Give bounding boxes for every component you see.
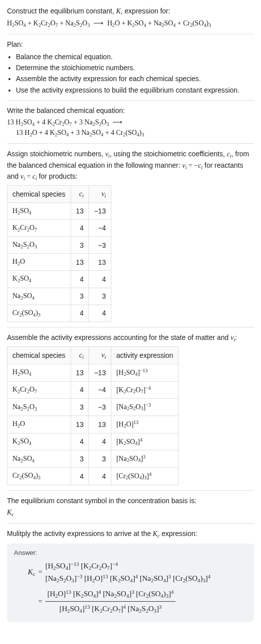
cell-species: K2SO4 — [7, 271, 71, 288]
table-row: H2SO413−13[H2SO4]−13 — [7, 364, 178, 382]
table-row: K2Cr2O74−4 — [7, 220, 111, 237]
table-header-row: chemical species ci νi activity expressi… — [7, 346, 178, 364]
cell-ci: 3 — [71, 237, 89, 254]
cell-ci: 3 — [71, 288, 89, 305]
plan-block: Plan: Balance the chemical equation. Det… — [7, 39, 254, 95]
cell-activity: [H2SO4]−13 — [111, 364, 178, 382]
cell-vi: −3 — [89, 399, 111, 416]
intro-block: Construct the equilibrium constant, K, e… — [7, 6, 254, 29]
table-row: K2SO444 — [7, 271, 111, 288]
divider — [7, 327, 254, 327]
cell-vi: 3 — [89, 288, 111, 305]
answer-rhs-product: [H2SO4]−13 [K2Cr2O7]−4 [Na2S2O3]−3 [H2O]… — [45, 560, 247, 585]
fraction-denominator: [H2SO4]13 [K2Cr2O7]4 [Na2S2O3]3 — [45, 602, 175, 615]
plan-list: Balance the chemical equation. Determine… — [7, 52, 254, 95]
col-ci: ci — [71, 346, 89, 364]
cell-vi: −4 — [89, 220, 111, 237]
kc-line: The equilibrium constant symbol in the c… — [7, 496, 254, 506]
cell-ci: 13 — [71, 416, 89, 433]
cell-ci: 4 — [71, 271, 89, 288]
stoich-heading: Assign stoichiometric numbers, νi, using… — [7, 149, 254, 182]
table-row: Na2S2O33−3[Na2S2O3]−3 — [7, 399, 178, 416]
intro-equation: H2SO4 + K2Cr2O7 + Na2S2O3 ⟶ H2O + K2SO4 … — [7, 18, 254, 29]
table-row: Na2SO433 — [7, 288, 111, 305]
table-row: Na2SO433[Na2SO4]3 — [7, 450, 178, 468]
cell-species: Na2S2O3 — [7, 399, 71, 416]
stoich-table: chemical species ci νi H2SO413−13 K2Cr2O… — [7, 185, 111, 322]
plan-item: Balance the chemical equation. — [16, 52, 254, 62]
answer-label: Answer: — [14, 548, 247, 558]
cell-ci: 4 — [71, 468, 89, 485]
cell-species: K2Cr2O7 — [7, 381, 71, 399]
arrow-icon: ⟶ — [91, 19, 105, 27]
cell-activity: [Cr2(SO4)3]4 — [111, 468, 178, 485]
cell-vi: 4 — [89, 271, 111, 288]
col-vi: νi — [89, 346, 111, 364]
cell-vi: 4 — [89, 433, 111, 450]
cell-activity: [K2SO4]4 — [111, 433, 178, 450]
cell-species: Na2SO4 — [7, 288, 71, 305]
table-row: Cr2(SO4)344 — [7, 305, 111, 322]
equals-sign: = — [38, 596, 42, 607]
cell-activity: [K2Cr2O7]−4 — [111, 381, 178, 399]
answer-box: Answer: Kc = [H2SO4]−13 [K2Cr2O7]−4 [Na2… — [7, 543, 254, 622]
cell-vi: −4 — [89, 381, 111, 399]
cell-vi: 13 — [89, 254, 111, 271]
col-vi: νi — [89, 185, 111, 203]
divider — [7, 100, 254, 101]
cell-species: H2SO4 — [7, 364, 71, 382]
activity-table: chemical species ci νi activity expressi… — [7, 346, 178, 485]
cell-activity: [H2O]13 — [111, 416, 178, 433]
plan-item: Use the activity expressions to build th… — [16, 85, 254, 95]
cell-ci: 13 — [71, 203, 89, 219]
cell-species: Na2S2O3 — [7, 237, 71, 254]
cell-ci: 4 — [71, 305, 89, 322]
cell-species: H2O — [7, 254, 71, 271]
plan-item: Determine the stoichiometric numbers. — [16, 63, 254, 73]
divider — [7, 523, 254, 524]
cell-ci: 13 — [71, 364, 89, 382]
cell-vi: −13 — [89, 203, 111, 219]
answer-rhs-fraction: [H2O]13 [K2SO4]4 [Na2SO4]3 [Cr2(SO4)3]4 … — [45, 588, 247, 615]
table-header-row: chemical species ci νi — [7, 185, 111, 203]
balanced-heading: Write the balanced chemical equation: — [7, 106, 254, 115]
balanced-eq-line2: 13 H2O + 4 K2SO4 + 3 Na2SO4 + 4 Cr2(SO4)… — [7, 128, 254, 138]
answer-math: Kc = [H2SO4]−13 [K2Cr2O7]−4 [Na2S2O3]−3 … — [14, 560, 247, 615]
equals-sign: = — [38, 567, 42, 578]
intro-line1: Construct the equilibrium constant, K, e… — [7, 6, 254, 16]
divider — [7, 143, 254, 144]
col-species: chemical species — [7, 185, 71, 203]
plan-item: Assemble the activity expression for eac… — [16, 74, 254, 84]
cell-activity: [Na2S2O3]−3 — [111, 399, 178, 416]
activity-block: Assemble the activity expressions accoun… — [7, 332, 254, 485]
cell-ci: 4 — [71, 433, 89, 450]
cell-activity: [Na2SO4]3 — [111, 450, 178, 468]
col-activity: activity expression — [111, 346, 178, 364]
cell-vi: −3 — [89, 237, 111, 254]
cell-species: H2SO4 — [7, 203, 71, 219]
table-row: H2O1313[H2O]13 — [7, 416, 178, 433]
cell-species: Cr2(SO4)3 — [7, 468, 71, 485]
cell-species: Na2SO4 — [7, 450, 71, 468]
table-row: H2O1313 — [7, 254, 111, 271]
cell-ci: 13 — [71, 254, 89, 271]
answer-lhs: Kc — [28, 567, 35, 578]
cell-ci: 4 — [71, 381, 89, 399]
table-row: Na2S2O33−3 — [7, 237, 111, 254]
cell-vi: 3 — [89, 450, 111, 468]
balanced-block: Write the balanced chemical equation: 13… — [7, 106, 254, 139]
cell-vi: 13 — [89, 416, 111, 433]
col-ci: ci — [71, 185, 89, 203]
divider — [7, 34, 254, 34]
stoich-block: Assign stoichiometric numbers, νi, using… — [7, 149, 254, 322]
cell-species: K2SO4 — [7, 433, 71, 450]
table-row: Cr2(SO4)344[Cr2(SO4)3]4 — [7, 468, 178, 485]
kc-symbol: Kc — [7, 508, 254, 518]
kc-block: The equilibrium constant symbol in the c… — [7, 496, 254, 518]
balanced-eq-line1: 13 H2SO4 + 4 K2Cr2O7 + 3 Na2S2O3 ⟶ — [7, 117, 254, 128]
table-row: H2SO413−13 — [7, 203, 111, 219]
divider — [7, 490, 254, 491]
cell-vi: −13 — [89, 364, 111, 382]
fraction-numerator: [H2O]13 [K2SO4]4 [Na2SO4]3 [Cr2(SO4)3]4 — [45, 588, 175, 602]
multiply-line: Mulitply the activity expressions to arr… — [7, 529, 254, 539]
